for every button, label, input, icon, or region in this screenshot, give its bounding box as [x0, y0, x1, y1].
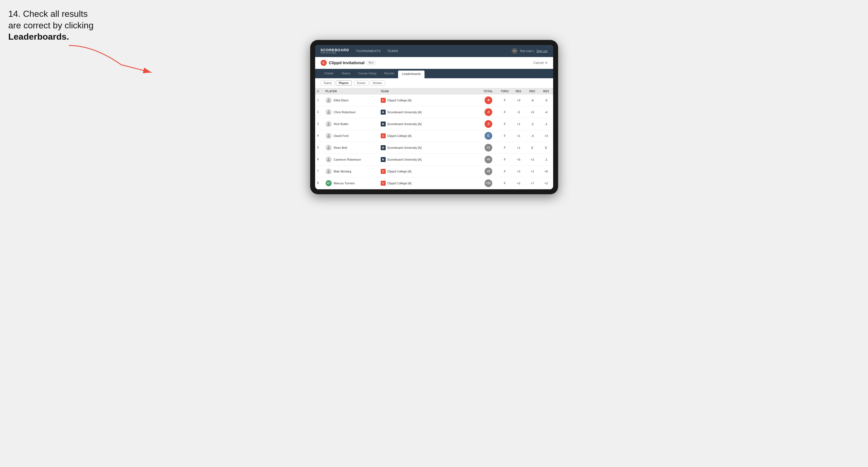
cell-team: ▤Scoreboard University [A]: [378, 118, 479, 130]
cell-rd1: +3: [512, 94, 526, 106]
player-avatar: [326, 156, 332, 162]
cell-rd1: +5: [512, 153, 526, 165]
tournament-title-area: C Clippd Invitational Men: [321, 60, 375, 66]
svg-point-1: [328, 99, 330, 100]
cell-rank: 7: [315, 165, 323, 177]
nav-right: TU Test User | Sign out: [512, 48, 548, 54]
cell-total: +9: [479, 165, 498, 177]
team-name: Scoreboard University [A]: [387, 111, 422, 114]
sign-out-link[interactable]: Sign out: [536, 49, 547, 53]
player-avatar: [326, 133, 332, 139]
player-avatar: [326, 145, 332, 151]
table-header-row: # PLAYER TEAM TOTAL THRU RD1 RD2 RD3: [315, 88, 553, 94]
cell-rd1: +1: [512, 130, 526, 142]
tab-details[interactable]: Details: [321, 69, 338, 78]
cell-rd3: +3: [539, 130, 553, 142]
user-name: Test User |: [520, 49, 534, 53]
col-rank: #: [315, 88, 323, 94]
cell-player: Rich Butler: [323, 118, 378, 130]
cell-rank: 8: [315, 177, 323, 189]
cell-rd3: +6: [539, 165, 553, 177]
tablet-screen: SCOREBOARD Powered by clippd TOURNAMENTS…: [315, 45, 553, 189]
tab-course-setup[interactable]: Course Setup: [354, 69, 380, 78]
nav-tournaments[interactable]: TOURNAMENTS: [355, 49, 380, 53]
col-total: TOTAL: [479, 88, 498, 94]
team-icon: ▤: [381, 122, 386, 126]
cell-rd2: -2: [526, 118, 539, 130]
cell-thru: F: [498, 153, 512, 165]
cell-thru: F: [498, 106, 512, 118]
filter-teams[interactable]: Teams: [321, 81, 335, 86]
filter-strokes[interactable]: Strokes: [370, 81, 385, 86]
cell-rd3: -5: [539, 94, 553, 106]
tournament-header: C Clippd Invitational Men Cancel ✕: [315, 57, 553, 69]
cell-player: Cameron Robertson: [323, 153, 378, 165]
cell-thru: F: [498, 130, 512, 142]
table-row: 5Rees Britt▤Scoreboard University [A]+1F…: [315, 142, 553, 153]
cell-rd3: -4: [539, 106, 553, 118]
player-avatar: [326, 109, 332, 115]
player-name: David Ford: [334, 134, 349, 137]
top-navigation: SCOREBOARD Powered by clippd TOURNAMENTS…: [315, 45, 553, 57]
cell-rank: 4: [315, 130, 323, 142]
col-player: PLAYER: [323, 88, 378, 94]
cell-rd1: -5: [512, 106, 526, 118]
player-name: Rees Britt: [334, 146, 347, 149]
player-avatar: MT: [326, 180, 332, 186]
leaderboard-table: # PLAYER TEAM TOTAL THRU RD1 RD2 RD3 1El…: [315, 88, 553, 189]
col-rd2: RD2: [526, 88, 539, 94]
cell-total: -8: [479, 94, 498, 106]
nav-teams[interactable]: TEAMS: [387, 49, 398, 53]
svg-point-3: [328, 122, 330, 124]
cell-total: +6: [479, 153, 498, 165]
team-icon: C: [381, 169, 386, 174]
tab-results[interactable]: Results: [380, 69, 398, 78]
player-name: Marcus Turners: [334, 182, 355, 185]
tournament-badge: Men: [367, 61, 375, 65]
col-rd3: RD3: [539, 88, 553, 94]
player-name: Blair McHarg: [334, 170, 351, 173]
team-name: Clippd College [A]: [387, 99, 411, 102]
cell-rank: 6: [315, 153, 323, 165]
cell-rank: 3: [315, 118, 323, 130]
cell-rd3: E: [539, 142, 553, 153]
col-thru: THRU: [498, 88, 512, 94]
team-name: Clippd College [A]: [387, 170, 411, 173]
cell-team: ▤Scoreboard University [A]: [378, 106, 479, 118]
cell-thru: F: [498, 118, 512, 130]
user-avatar: TU: [512, 48, 518, 54]
cell-team: ▤Scoreboard University [A]: [378, 153, 479, 165]
table-row: 3Rich Butler▤Scoreboard University [A]-2…: [315, 118, 553, 130]
team-name: Scoreboard University [A]: [387, 146, 422, 149]
cell-player: Chris Robertson: [323, 106, 378, 118]
tablet-device: SCOREBOARD Powered by clippd TOURNAMENTS…: [310, 40, 558, 194]
filter-scores[interactable]: Scores: [354, 81, 369, 86]
player-name: Elliot Ebert: [334, 99, 348, 102]
filter-players[interactable]: Players: [336, 81, 352, 86]
table-row: 2Chris Robertson▤Scoreboard University […: [315, 106, 553, 118]
annotation-line1: 14. Check all results: [8, 9, 88, 19]
cancel-button[interactable]: Cancel ✕: [533, 61, 547, 65]
cell-player: Elliot Ebert: [323, 94, 378, 106]
tab-teams[interactable]: Teams: [337, 69, 354, 78]
tab-bar: Details Teams Course Setup Results Leade…: [315, 69, 553, 78]
table-row: 8MTMarcus TurnersCClippd College [A]+11F…: [315, 177, 553, 189]
cell-team: CClippd College [A]: [378, 94, 479, 106]
logo-text: SCOREBOARD: [321, 48, 349, 52]
tab-leaderboards[interactable]: Leaderboards: [398, 70, 425, 78]
cell-total: -2: [479, 118, 498, 130]
cell-thru: F: [498, 165, 512, 177]
tournament-name: Clippd Invitational: [329, 60, 365, 65]
annotation-line3: Leaderboards.: [8, 32, 69, 41]
cell-player: Rees Britt: [323, 142, 378, 153]
cell-thru: F: [498, 177, 512, 189]
team-name: Clippd College [A]: [387, 182, 411, 185]
cell-total: E: [479, 130, 498, 142]
cell-player: Blair McHarg: [323, 165, 378, 177]
logo-sub: Powered by clippd: [321, 52, 349, 54]
cell-rd3: -1: [539, 118, 553, 130]
cell-thru: F: [498, 94, 512, 106]
cell-rd1: +1: [512, 142, 526, 153]
team-icon: C: [381, 181, 386, 186]
cell-team: CClippd College [A]: [378, 165, 479, 177]
